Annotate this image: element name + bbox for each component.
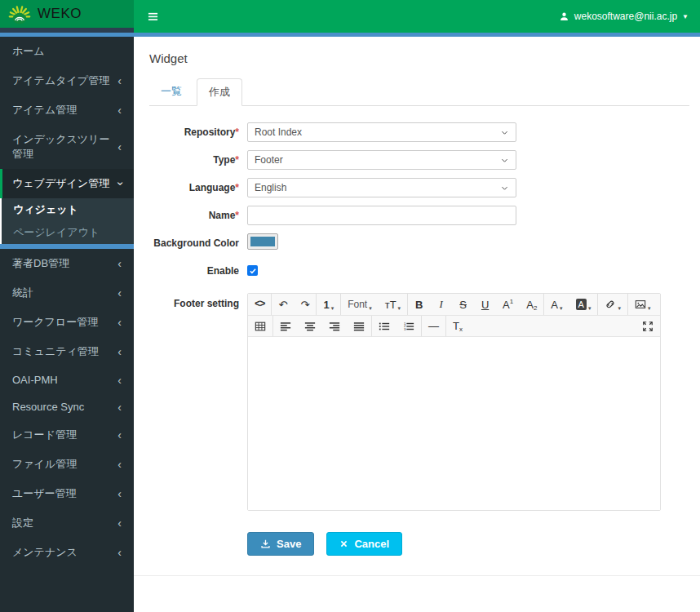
- undo-button[interactable]: ↶: [272, 294, 294, 315]
- caret-down-icon: ▾: [618, 305, 621, 315]
- clear-format-button[interactable]: Tx: [446, 316, 469, 336]
- caret-down-icon: ▾: [398, 305, 401, 315]
- font-family-button[interactable]: Font▾: [341, 294, 379, 315]
- sidebar-item-label: 設定: [12, 516, 33, 530]
- sidebar-item-label: ウェブデザイン管理: [12, 176, 109, 191]
- horizontal-rule-button[interactable]: —: [422, 316, 445, 336]
- insert-link-button[interactable]: ▾: [598, 294, 627, 315]
- weko-logo[interactable]: WEKO: [0, 0, 134, 28]
- caret-down-icon: ▾: [331, 305, 334, 315]
- caret-down-icon: ▾: [369, 305, 372, 315]
- weko-logo-icon: [7, 3, 33, 25]
- strikethrough-button[interactable]: S: [452, 294, 474, 315]
- chevron-left-icon: ‹: [117, 459, 122, 469]
- tab-create[interactable]: 作成: [197, 78, 242, 106]
- align-center-button[interactable]: [298, 316, 322, 336]
- sidebar-item-label: ユーザー管理: [12, 486, 77, 501]
- sidebar-item[interactable]: ワークフロー管理 ‹: [0, 308, 134, 337]
- sidebar-item[interactable]: 著者DB管理 ‹: [0, 249, 134, 278]
- widget-form: Repository* Root Index Type* Footer: [149, 122, 689, 556]
- background-color-button[interactable]: A▾: [569, 294, 598, 315]
- type-selected-value: Footer: [255, 154, 283, 166]
- brand-column: WEKO: [0, 0, 134, 33]
- sidebar: ホーム アイテムタイプ管理 ‹ アイテム管理 ‹ インデックスツリー管理 ‹: [0, 37, 134, 612]
- caret-down-icon: ▾: [588, 305, 591, 315]
- italic-button[interactable]: I: [430, 294, 452, 315]
- sidebar-item-label: レコード管理: [12, 428, 77, 442]
- tab-list[interactable]: 一覧: [149, 78, 193, 105]
- insert-image-button[interactable]: ▾: [628, 294, 658, 315]
- type-select[interactable]: Footer: [247, 150, 516, 170]
- background-color-swatch[interactable]: [247, 233, 278, 250]
- toolbar-spacer: [469, 316, 636, 336]
- align-right-button[interactable]: [322, 316, 347, 336]
- align-justify-button[interactable]: [347, 316, 371, 336]
- sidebar-item-label: コミュニティ管理: [12, 344, 99, 359]
- font-size-button[interactable]: тT▾: [379, 294, 407, 315]
- chevron-left-icon: ‹: [117, 402, 122, 412]
- editor-content-area[interactable]: [248, 337, 660, 510]
- sidebar-item[interactable]: メンテナンス ‹: [0, 538, 134, 567]
- sidebar-item[interactable]: アイテム管理 ‹: [0, 95, 134, 125]
- sidebar-item-label: ファイル管理: [12, 457, 77, 472]
- language-row: Language* English: [149, 178, 689, 197]
- font-color-button[interactable]: A▾: [544, 294, 569, 315]
- hamburger-icon: [147, 11, 159, 22]
- repository-select[interactable]: Root Index: [247, 122, 516, 142]
- type-row: Type* Footer: [149, 150, 689, 170]
- action-buttons: Save Cancel: [247, 532, 689, 556]
- sidebar-item[interactable]: 設定 ‹: [0, 508, 134, 538]
- chevron-left-icon: ‹: [117, 548, 122, 557]
- cancel-button[interactable]: Cancel: [326, 532, 402, 556]
- save-button-label: Save: [277, 538, 301, 550]
- sidebar-item-label: Resource Sync: [12, 401, 84, 413]
- align-left-button[interactable]: [273, 316, 298, 336]
- footer-setting-row: Footer setting <>↶↷1▾Font▾тT▾BISUA1A2A▾A…: [149, 293, 689, 511]
- bold-button[interactable]: B: [408, 294, 430, 315]
- sidebar-item[interactable]: 統計 ‹: [0, 278, 134, 308]
- fullscreen-button[interactable]: [636, 316, 660, 336]
- name-input[interactable]: [247, 206, 516, 225]
- background-color-label: Background Color: [149, 233, 239, 250]
- chevron-down-icon: ‹: [115, 182, 125, 186]
- sidebar-subitem[interactable]: ウィジェット: [2, 198, 134, 221]
- enable-checkbox[interactable]: [247, 265, 258, 276]
- name-row: Name*: [149, 206, 689, 225]
- sidebar-item-web-design[interactable]: ウェブデザイン管理 ‹: [0, 169, 134, 198]
- sidebar-item-label: ホーム: [12, 44, 45, 59]
- repository-selected-value: Root Index: [255, 126, 302, 138]
- sidebar-item[interactable]: ファイル管理 ‹: [0, 450, 134, 479]
- user-menu[interactable]: wekosoftware@nii.ac.jp ▼: [559, 11, 700, 22]
- code-view-button[interactable]: <>: [248, 294, 271, 315]
- sidebar-subitem[interactable]: ページレイアウト: [2, 221, 134, 244]
- chevron-left-icon: ‹: [117, 76, 122, 86]
- sidebar-item[interactable]: レコード管理 ‹: [0, 420, 134, 450]
- save-button[interactable]: Save: [247, 532, 314, 556]
- chevron-left-icon: ‹: [117, 259, 122, 268]
- sidebar-item[interactable]: インデックスツリー管理 ‹: [0, 125, 134, 169]
- chevron-down-icon: [500, 184, 509, 193]
- sidebar-item-label: アイテムタイプ管理: [12, 73, 109, 88]
- sidebar-item[interactable]: アイテムタイプ管理 ‹: [0, 66, 134, 95]
- sidebar-item[interactable]: ホーム: [0, 37, 134, 66]
- insert-table-button[interactable]: [248, 316, 272, 336]
- chevron-left-icon: ‹: [117, 142, 122, 152]
- sidebar-item-label: OAI-PMH: [12, 374, 58, 386]
- sidebar-item[interactable]: OAI-PMH ‹: [0, 366, 134, 393]
- ordered-list-button[interactable]: [397, 316, 421, 336]
- sidebar-item-label: インデックスツリー管理: [12, 132, 117, 162]
- sidebar-toggle-button[interactable]: [134, 11, 172, 22]
- subscript-button[interactable]: A2: [520, 294, 543, 315]
- language-select[interactable]: English: [247, 178, 516, 197]
- sidebar-item[interactable]: ユーザー管理 ‹: [0, 479, 134, 508]
- sidebar-item[interactable]: コミュニティ管理 ‹: [0, 337, 134, 366]
- repository-label: Repository*: [149, 122, 239, 142]
- paragraph-style-button[interactable]: 1▾: [317, 294, 340, 315]
- sidebar-top-list: ホーム アイテムタイプ管理 ‹ アイテム管理 ‹ インデックスツリー管理 ‹: [0, 37, 134, 169]
- unordered-list-button[interactable]: [372, 316, 397, 336]
- superscript-button[interactable]: A1: [496, 294, 520, 315]
- underline-button[interactable]: U: [474, 294, 496, 315]
- user-icon: [559, 11, 569, 22]
- sidebar-item[interactable]: Resource Sync ‹: [0, 393, 134, 420]
- redo-button[interactable]: ↷: [294, 294, 316, 315]
